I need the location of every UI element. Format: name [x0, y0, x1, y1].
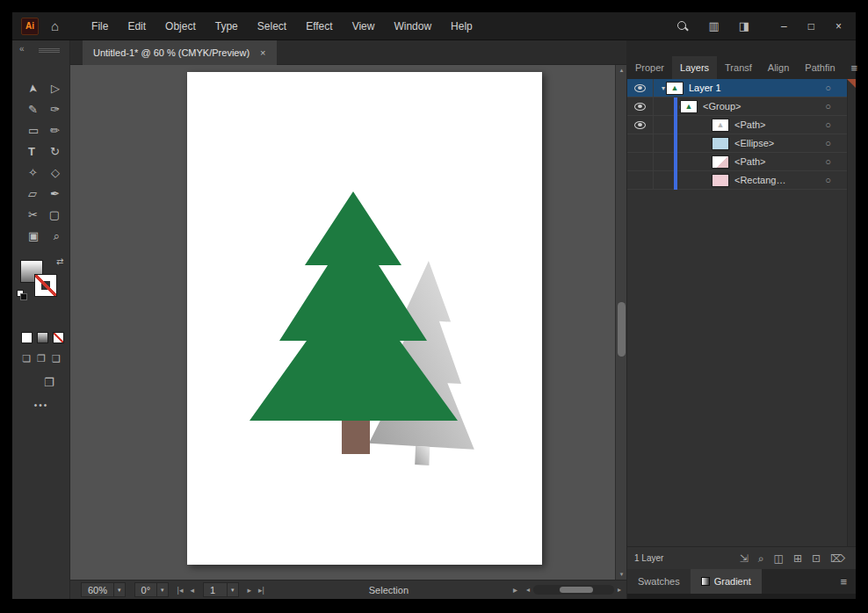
- visibility-cell[interactable]: [627, 97, 654, 116]
- horizontal-scroll-thumb[interactable]: [560, 587, 593, 593]
- layer-row[interactable]: ▾ ▲ Layer 1 ○: [627, 79, 847, 97]
- layer-label[interactable]: <Path>: [734, 156, 825, 167]
- document-tab-close-icon[interactable]: ×: [260, 47, 265, 58]
- shaper-tool[interactable]: ✧: [28, 163, 38, 183]
- chevron-down-icon[interactable]: ▾: [156, 583, 168, 596]
- tools-grip-handle[interactable]: [39, 48, 60, 53]
- swap-fill-stroke-icon[interactable]: ⇄: [56, 256, 63, 266]
- zoom-tool[interactable]: ⌕: [54, 227, 60, 246]
- visibility-cell[interactable]: [627, 153, 654, 171]
- gradient-button[interactable]: [37, 332, 48, 343]
- rotate-tool[interactable]: ↻: [50, 142, 60, 162]
- tab-layers[interactable]: Layers: [672, 56, 717, 79]
- layer-label[interactable]: Layer 1: [689, 83, 825, 93]
- artboard-tool[interactable]: ▣: [28, 227, 39, 246]
- delete-layer-icon[interactable]: ⌦: [830, 552, 845, 565]
- selection-tool[interactable]: ➤: [23, 83, 43, 95]
- first-artboard-icon[interactable]: |◂: [177, 586, 184, 595]
- layer-label[interactable]: <Rectang…: [734, 175, 825, 185]
- edit-toolbar-icon[interactable]: •••: [12, 400, 70, 410]
- layer-row[interactable]: <Ellipse> ○: [627, 134, 847, 153]
- free-transform-tool[interactable]: ▢: [49, 206, 60, 225]
- menu-select[interactable]: Select: [248, 16, 296, 37]
- visibility-cell[interactable]: [627, 171, 654, 190]
- color-button[interactable]: [21, 332, 33, 343]
- curvature-tool[interactable]: ✑: [50, 100, 60, 119]
- arrange-documents-icon[interactable]: ▥: [708, 19, 719, 32]
- tree-trunk-shape[interactable]: [342, 421, 370, 454]
- pen-tool[interactable]: ✎: [28, 100, 38, 119]
- panel-menu-icon[interactable]: ≡: [843, 56, 866, 79]
- last-artboard-icon[interactable]: ▸|: [258, 586, 264, 595]
- target-circle-icon[interactable]: ○: [825, 83, 831, 93]
- menu-help[interactable]: Help: [441, 16, 482, 37]
- collapse-tools-icon[interactable]: «: [19, 44, 25, 54]
- tab-align[interactable]: Align: [760, 56, 797, 79]
- scissors-tool[interactable]: ✂: [28, 206, 38, 225]
- tab-pathfinder[interactable]: Pathfin: [797, 56, 843, 79]
- menu-effect[interactable]: Effect: [296, 16, 342, 37]
- rectangle-tool[interactable]: ▭: [28, 121, 39, 141]
- chevron-down-icon[interactable]: ▾: [227, 583, 238, 596]
- horizontal-scroll-track[interactable]: [533, 585, 614, 595]
- maximize-button[interactable]: □: [808, 20, 814, 32]
- visibility-cell[interactable]: [627, 79, 654, 97]
- eyedropper-tool[interactable]: ✒: [50, 184, 60, 204]
- layer-row[interactable]: ▲ <Path> ○: [627, 116, 847, 134]
- zoom-dropdown[interactable]: 60% ▾: [81, 582, 126, 597]
- minimize-button[interactable]: –: [781, 20, 787, 32]
- draw-inside-icon[interactable]: ❑: [52, 353, 61, 364]
- workspace-switcher-icon[interactable]: ◨: [739, 19, 749, 32]
- status-options-icon[interactable]: ▸: [513, 585, 517, 595]
- locate-object-icon[interactable]: ⌕: [758, 552, 764, 565]
- none-button[interactable]: [53, 332, 64, 343]
- target-circle-icon[interactable]: ○: [825, 119, 831, 130]
- new-layer-icon[interactable]: ⊡: [812, 552, 821, 565]
- scale-tool[interactable]: ◇: [51, 163, 60, 183]
- paintbrush-tool[interactable]: ✏: [50, 121, 60, 141]
- chevron-down-icon[interactable]: ▾: [654, 84, 666, 92]
- visibility-cell[interactable]: [627, 116, 654, 134]
- target-circle-icon[interactable]: ○: [825, 138, 831, 148]
- draw-normal-icon[interactable]: ❏: [22, 353, 31, 364]
- vertical-scrollbar[interactable]: ▴ ▾: [615, 65, 626, 580]
- panel-scrollbar[interactable]: [847, 79, 856, 546]
- draw-behind-icon[interactable]: ❐: [37, 353, 46, 364]
- layer-row[interactable]: <Path> ○: [627, 153, 847, 171]
- layer-row[interactable]: <Rectang… ○: [627, 171, 847, 190]
- next-artboard-icon[interactable]: ▸: [248, 586, 252, 595]
- menu-file[interactable]: File: [82, 16, 118, 37]
- menu-object[interactable]: Object: [156, 16, 206, 37]
- artboard[interactable]: [187, 72, 542, 565]
- collect-export-icon[interactable]: ⇲: [740, 552, 749, 565]
- close-button[interactable]: ×: [835, 20, 842, 32]
- search-icon[interactable]: [676, 20, 689, 32]
- eraser-tool[interactable]: ▱: [28, 184, 37, 204]
- stroke-swatch[interactable]: [34, 274, 57, 297]
- default-fill-stroke-icon[interactable]: [17, 290, 27, 300]
- document-tab[interactable]: Untitled-1* @ 60 % (CMYK/Preview) ×: [83, 40, 277, 65]
- menu-edit[interactable]: Edit: [118, 16, 156, 37]
- tab-transform[interactable]: Transf: [717, 56, 760, 79]
- layer-row[interactable]: ▸ ▲ <Group> ○: [627, 97, 847, 116]
- target-circle-icon[interactable]: ○: [825, 101, 831, 112]
- visibility-cell[interactable]: [627, 134, 654, 153]
- prev-artboard-icon[interactable]: ◂: [190, 586, 194, 595]
- target-circle-icon[interactable]: ○: [825, 156, 831, 167]
- target-circle-icon[interactable]: ○: [825, 175, 831, 185]
- layer-label[interactable]: <Group>: [703, 101, 825, 112]
- vertical-scroll-thumb[interactable]: [618, 302, 626, 357]
- direct-selection-tool[interactable]: ▷: [51, 79, 60, 98]
- chevron-down-icon[interactable]: ▾: [113, 583, 125, 596]
- tab-swatches[interactable]: Swatches: [627, 569, 691, 594]
- menu-type[interactable]: Type: [206, 16, 248, 37]
- canvas[interactable]: ▴ ▾: [70, 65, 626, 580]
- scroll-down-icon[interactable]: ▾: [616, 571, 626, 578]
- scroll-left-icon[interactable]: ◂: [526, 586, 530, 594]
- scroll-up-icon[interactable]: ▴: [616, 67, 626, 74]
- home-icon[interactable]: ⌂: [51, 18, 59, 33]
- type-tool[interactable]: T: [28, 142, 35, 162]
- tab-gradient[interactable]: Gradient: [691, 569, 762, 594]
- trunk-shadow-shape[interactable]: [415, 446, 430, 465]
- clipping-mask-icon[interactable]: ◫: [774, 552, 784, 565]
